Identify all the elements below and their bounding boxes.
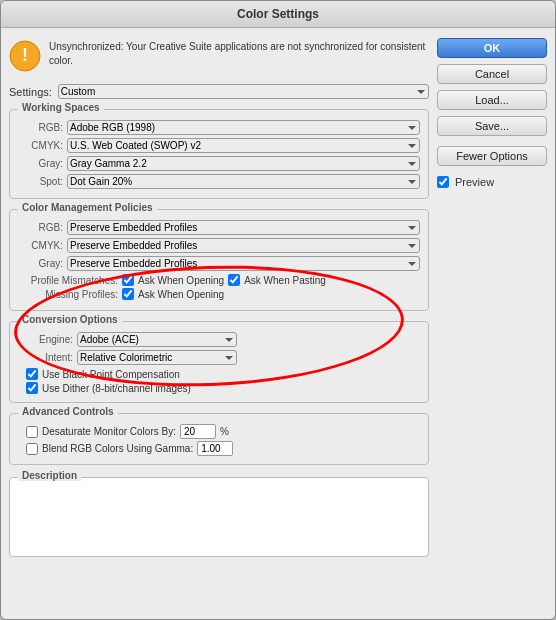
settings-dropdown-wrapper: Custom Monitor Color — [58, 84, 429, 99]
desaturate-label: Desaturate Monitor Colors By: — [42, 426, 176, 437]
policies-cmyk-select[interactable]: Preserve Embedded Profiles — [67, 238, 420, 253]
ask-when-pasting-checkbox[interactable] — [228, 274, 240, 286]
gray-select[interactable]: Gray Gamma 2.2 — [67, 156, 420, 171]
policies-rgb-label: RGB: — [18, 222, 63, 233]
engine-select[interactable]: Adobe (ACE) — [77, 332, 237, 347]
settings-label: Settings: — [9, 86, 52, 98]
policies-rgb-row: RGB: Preserve Embedded Profiles — [18, 220, 420, 235]
cmyk-select[interactable]: U.S. Web Coated (SWOP) v2 — [67, 138, 420, 153]
dither-checkbox[interactable] — [26, 382, 38, 394]
policies-cmyk-row: CMYK: Preserve Embedded Profiles — [18, 238, 420, 253]
save-button[interactable]: Save... — [437, 116, 547, 136]
ask-when-opening-checkbox[interactable] — [122, 274, 134, 286]
rgb-select[interactable]: Adobe RGB (1998) — [67, 120, 420, 135]
preview-checkbox[interactable] — [437, 176, 449, 188]
missing-profiles-checkbox[interactable] — [122, 288, 134, 300]
black-point-row: Use Black Point Compensation — [18, 368, 420, 380]
intent-row: Intent: Relative Colorimetric — [18, 350, 420, 365]
settings-select[interactable]: Custom Monitor Color — [58, 84, 429, 99]
desaturate-checkbox[interactable] — [26, 426, 38, 438]
ask-when-pasting-label: Ask When Pasting — [244, 275, 326, 286]
color-settings-window: Color Settings ! Unsynchronized: Your Cr… — [0, 0, 556, 620]
title-bar: Color Settings — [1, 1, 555, 28]
working-spaces-label: Working Spaces — [18, 102, 104, 113]
engine-row: Engine: Adobe (ACE) — [18, 332, 420, 347]
color-policies-label: Color Management Policies — [18, 202, 157, 213]
blend-label: Blend RGB Colors Using Gamma: — [42, 443, 193, 454]
settings-row: Settings: Custom Monitor Color — [9, 84, 429, 99]
policies-gray-label: Gray: — [18, 258, 63, 269]
preview-row: Preview — [437, 176, 547, 188]
spot-row: Spot: Dot Gain 20% — [18, 174, 420, 189]
profile-mismatches-label: Profile Mismatches: — [18, 275, 118, 286]
policies-gray-row: Gray: Preserve Embedded Profiles — [18, 256, 420, 271]
policies-gray-select[interactable]: Preserve Embedded Profiles — [67, 256, 420, 271]
policies-rgb-select-wrapper: Preserve Embedded Profiles — [67, 220, 420, 235]
cmyk-label: CMYK: — [18, 140, 63, 151]
advanced-controls-label: Advanced Controls — [18, 406, 118, 417]
blend-row: Blend RGB Colors Using Gamma: — [18, 441, 420, 456]
right-panel: OK Cancel Load... Save... Fewer Options … — [437, 36, 547, 611]
desaturate-input[interactable] — [180, 424, 216, 439]
conversion-options-label: Conversion Options — [18, 314, 122, 325]
color-policies-group: Color Management Policies RGB: Preserve … — [9, 209, 429, 311]
cmyk-row: CMYK: U.S. Web Coated (SWOP) v2 — [18, 138, 420, 153]
window-title: Color Settings — [237, 7, 319, 21]
dither-row: Use Dither (8-bit/channel images) — [18, 382, 420, 394]
cancel-button[interactable]: Cancel — [437, 64, 547, 84]
rgb-row: RGB: Adobe RGB (1998) — [18, 120, 420, 135]
fewer-options-button[interactable]: Fewer Options — [437, 146, 547, 166]
blend-input[interactable] — [197, 441, 233, 456]
description-box: Description — [9, 477, 429, 557]
left-panel: ! Unsynchronized: Your Creative Suite ap… — [9, 36, 429, 557]
engine-label: Engine: — [18, 334, 73, 345]
spot-select[interactable]: Dot Gain 20% — [67, 174, 420, 189]
load-button[interactable]: Load... — [437, 90, 547, 110]
black-point-checkbox[interactable] — [26, 368, 38, 380]
black-point-label: Use Black Point Compensation — [42, 369, 180, 380]
blend-checkbox[interactable] — [26, 443, 38, 455]
description-label: Description — [18, 470, 81, 481]
policies-gray-select-wrapper: Preserve Embedded Profiles — [67, 256, 420, 271]
conversion-options-group: Conversion Options Engine: Adobe (ACE) I… — [9, 321, 429, 403]
working-spaces-group: Working Spaces RGB: Adobe RGB (1998) CMY… — [9, 109, 429, 199]
ok-button[interactable]: OK — [437, 38, 547, 58]
policies-cmyk-label: CMYK: — [18, 240, 63, 251]
gray-row: Gray: Gray Gamma 2.2 — [18, 156, 420, 171]
missing-profiles-row: Missing Profiles: Ask When Opening — [18, 288, 420, 300]
ask-when-opening-label: Ask When Opening — [138, 275, 224, 286]
preview-label: Preview — [455, 176, 494, 188]
svg-text:!: ! — [22, 45, 28, 65]
policies-rgb-select[interactable]: Preserve Embedded Profiles — [67, 220, 420, 235]
desaturate-unit: % — [220, 426, 229, 437]
advanced-controls-group: Advanced Controls Desaturate Monitor Col… — [9, 413, 429, 465]
warning-text: Unsynchronized: Your Creative Suite appl… — [49, 40, 429, 68]
missing-profiles-label: Missing Profiles: — [18, 289, 118, 300]
rgb-label: RGB: — [18, 122, 63, 133]
warning-row: ! Unsynchronized: Your Creative Suite ap… — [9, 36, 429, 78]
profile-mismatches-row: Profile Mismatches: Ask When Opening Ask… — [18, 274, 420, 286]
warning-icon: ! — [9, 40, 41, 72]
dither-label: Use Dither (8-bit/channel images) — [42, 383, 191, 394]
spot-label: Spot: — [18, 176, 63, 187]
desaturate-row: Desaturate Monitor Colors By: % — [18, 424, 420, 439]
missing-profiles-opening-label: Ask When Opening — [138, 289, 224, 300]
intent-select[interactable]: Relative Colorimetric — [77, 350, 237, 365]
policies-cmyk-select-wrapper: Preserve Embedded Profiles — [67, 238, 420, 253]
intent-label: Intent: — [18, 352, 73, 363]
gray-label: Gray: — [18, 158, 63, 169]
